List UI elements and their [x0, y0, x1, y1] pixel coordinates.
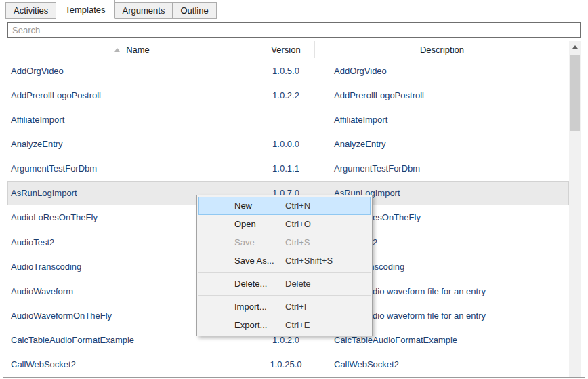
- cell-name: AddOrgVideo: [7, 66, 257, 76]
- menu-item-delete[interactable]: Delete...Delete: [198, 275, 371, 293]
- tab-bar: Activities Templates Arguments Outline: [0, 0, 588, 19]
- menu-item-save: SaveCtrl+S: [198, 233, 371, 252]
- vertical-scrollbar[interactable]: [569, 41, 581, 377]
- column-header-description[interactable]: Description: [315, 41, 569, 58]
- table-row[interactable]: CallWebSocket21.0.25.0CallWebSocket2: [7, 353, 569, 377]
- cell-description: AffiliateImport: [315, 115, 569, 125]
- menu-item-shortcut: Ctrl+Shift+S: [285, 256, 333, 266]
- menu-item-export[interactable]: Export...Ctrl+E: [198, 316, 371, 334]
- cell-description: AnalyzeEntry: [315, 139, 569, 149]
- tab-activities[interactable]: Activities: [5, 2, 56, 19]
- menu-item-label: Open: [234, 219, 256, 229]
- table-row[interactable]: AddOrgVideo1.0.5.0AddOrgVideo: [7, 58, 569, 83]
- scrollbar-up-button[interactable]: [569, 41, 581, 53]
- table-row[interactable]: AffiliateImportAffiliateImport: [7, 107, 569, 132]
- tab-templates[interactable]: Templates: [56, 0, 114, 19]
- menu-item-label: New: [234, 201, 252, 211]
- scrollbar-thumb[interactable]: [570, 55, 580, 131]
- cell-name: CallWebSocket2: [7, 359, 257, 370]
- cell-version: 1.0.2.2: [257, 90, 315, 100]
- column-header-name-label: Name: [126, 45, 150, 55]
- cell-description: ArgumentTestForDbm: [315, 163, 569, 174]
- cell-version: 1.0.5.0: [257, 66, 315, 76]
- search-input[interactable]: [7, 22, 581, 38]
- menu-item-label: Save: [234, 237, 255, 247]
- column-header-version-label: Version: [271, 45, 300, 55]
- menu-item-save-as[interactable]: Save As...Ctrl+Shift+S: [198, 252, 371, 270]
- menu-item-label: Import...: [234, 302, 267, 312]
- menu-item-shortcut: Delete: [285, 279, 311, 289]
- menu-item-shortcut: Ctrl+O: [285, 219, 311, 229]
- menu-item-shortcut: Ctrl+S: [285, 237, 310, 247]
- cell-name: AnalyzeEntry: [7, 139, 257, 149]
- cell-version: 1.0.25.0: [257, 359, 315, 370]
- cell-version: 1.0.1.1: [257, 163, 315, 174]
- table-row[interactable]: AddPrerollLogoPostroll1.0.2.2AddPrerollL…: [7, 83, 569, 107]
- menu-item-label: Delete...: [234, 279, 267, 289]
- menu-separator: [198, 272, 371, 273]
- table-row[interactable]: AnalyzeEntry1.0.0.0AnalyzeEntry: [7, 132, 569, 156]
- menu-separator: [198, 295, 371, 296]
- cell-version: 1.0.0.0: [257, 139, 315, 149]
- table-row[interactable]: ArgumentTestForDbm1.0.1.1ArgumentTestFor…: [7, 157, 569, 181]
- column-header-description-label: Description: [420, 45, 464, 55]
- context-menu: NewCtrl+NOpenCtrl+OSaveCtrl+SSave As...C…: [196, 195, 373, 336]
- cell-description: AddOrgVideo: [315, 66, 569, 76]
- cell-description: CallWebSocket2: [315, 359, 569, 370]
- cell-name: AffiliateImport: [7, 115, 257, 125]
- cell-name: ArgumentTestForDbm: [7, 163, 257, 174]
- menu-item-import[interactable]: Import...Ctrl+I: [198, 298, 371, 316]
- cell-name: CalcTableAudioFormatExample: [7, 335, 257, 345]
- sort-ascending-icon: [114, 48, 120, 52]
- tab-outline[interactable]: Outline: [172, 2, 216, 19]
- column-header-name[interactable]: Name: [7, 41, 257, 58]
- up-arrow-icon: [572, 45, 578, 49]
- menu-item-shortcut: Ctrl+I: [285, 302, 306, 312]
- grid-header: Name Version Description: [7, 41, 569, 58]
- tab-arguments[interactable]: Arguments: [114, 2, 173, 19]
- column-header-version[interactable]: Version: [257, 41, 315, 58]
- menu-item-shortcut: Ctrl+N: [285, 201, 310, 211]
- cell-name: AddPrerollLogoPostroll: [7, 90, 257, 100]
- menu-item-open[interactable]: OpenCtrl+O: [198, 215, 371, 233]
- cell-description: CalcTableAudioFormatExample: [315, 335, 569, 345]
- cell-version: 1.0.2.0: [257, 335, 315, 345]
- menu-item-label: Save As...: [234, 256, 274, 266]
- menu-item-label: Export...: [234, 320, 267, 330]
- menu-item-new[interactable]: NewCtrl+N: [198, 197, 371, 215]
- menu-item-shortcut: Ctrl+E: [285, 320, 310, 330]
- cell-description: AddPrerollLogoPostroll: [315, 90, 569, 100]
